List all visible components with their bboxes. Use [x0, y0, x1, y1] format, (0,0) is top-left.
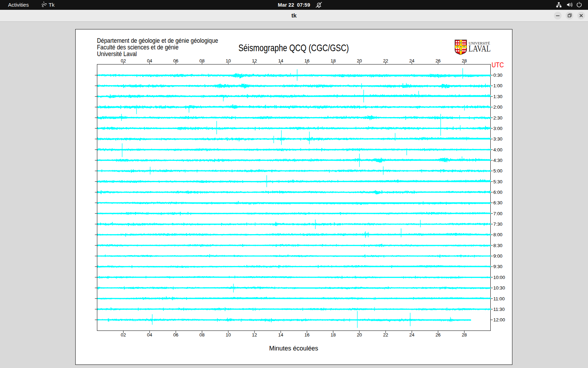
svg-text:08: 08 [200, 58, 205, 63]
svg-text:8:30: 8:30 [493, 243, 503, 248]
svg-text:8:00: 8:00 [493, 232, 503, 237]
svg-text:10:30: 10:30 [493, 285, 505, 291]
svg-text:24: 24 [409, 332, 414, 338]
svg-text:22: 22 [383, 332, 388, 338]
svg-text:9:30: 9:30 [493, 264, 503, 269]
svg-text:14: 14 [278, 58, 284, 63]
svg-text:3:30: 3:30 [493, 136, 503, 142]
svg-text:28: 28 [462, 58, 467, 63]
svg-text:04: 04 [147, 332, 152, 338]
svg-text:12:00: 12:00 [493, 317, 505, 322]
svg-text:5:00: 5:00 [493, 168, 503, 173]
svg-text:11:00: 11:00 [493, 296, 505, 301]
svg-text:18: 18 [331, 332, 336, 338]
svg-text:26: 26 [435, 332, 441, 338]
svg-text:6:00: 6:00 [493, 190, 503, 195]
svg-text:2:30: 2:30 [493, 115, 503, 121]
svg-text:4:00: 4:00 [493, 147, 503, 152]
svg-text:24: 24 [409, 58, 414, 63]
svg-text:7:00: 7:00 [493, 211, 503, 216]
svg-text:12: 12 [252, 58, 257, 63]
svg-text:1:00: 1:00 [493, 83, 503, 88]
svg-text:16: 16 [304, 332, 310, 338]
svg-text:11:30: 11:30 [493, 307, 505, 312]
svg-text:28: 28 [462, 332, 467, 338]
svg-text:22: 22 [383, 58, 388, 63]
svg-text:06: 06 [173, 58, 178, 63]
svg-text:1:30: 1:30 [493, 94, 503, 99]
svg-text:7:30: 7:30 [493, 222, 503, 227]
svg-text:10: 10 [226, 332, 231, 338]
svg-text:20: 20 [357, 332, 362, 338]
svg-text:06: 06 [173, 332, 178, 338]
svg-text:02: 02 [121, 58, 126, 63]
svg-text:04: 04 [147, 58, 152, 63]
svg-text:10:00: 10:00 [493, 275, 505, 280]
svg-text:26: 26 [435, 58, 441, 63]
svg-text:9:00: 9:00 [493, 253, 503, 259]
svg-text:3:00: 3:00 [493, 126, 503, 131]
svg-text:UTC: UTC [492, 61, 504, 69]
svg-text:18: 18 [331, 58, 336, 63]
svg-text:02: 02 [121, 332, 126, 338]
svg-text:Minutes écoulées: Minutes écoulées [269, 345, 318, 352]
svg-text:12: 12 [252, 332, 257, 338]
svg-text:10: 10 [226, 58, 231, 63]
svg-text:14: 14 [278, 332, 284, 338]
svg-text:6:30: 6:30 [493, 200, 503, 205]
svg-text:20: 20 [357, 58, 362, 63]
svg-text:4:30: 4:30 [493, 158, 503, 163]
svg-text:08: 08 [200, 332, 205, 338]
svg-text:16: 16 [304, 58, 310, 63]
svg-text:0:30: 0:30 [493, 73, 503, 78]
svg-text:2:00: 2:00 [493, 104, 503, 110]
svg-text:5:30: 5:30 [493, 179, 503, 184]
